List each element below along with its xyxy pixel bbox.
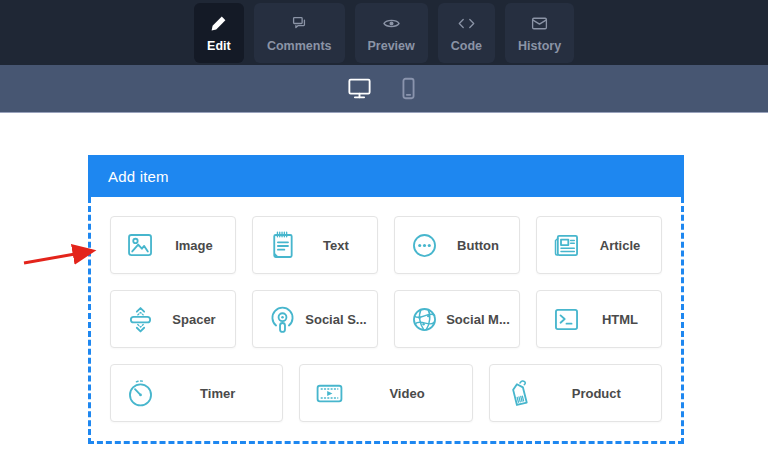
comments-button-label: Comments xyxy=(267,39,332,53)
item-label: Social S... xyxy=(299,312,377,327)
item-label: HTML xyxy=(583,312,661,327)
item-label: Button xyxy=(441,238,519,253)
image-icon xyxy=(124,229,157,262)
item-video[interactable]: Video xyxy=(299,364,472,422)
button-icon xyxy=(408,229,441,262)
article-icon xyxy=(550,229,583,262)
item-html[interactable]: HTML xyxy=(536,290,662,348)
mobile-icon xyxy=(395,75,422,102)
product-icon xyxy=(503,377,536,410)
editor-toolbar: Edit Comments Preview Code History xyxy=(0,0,768,65)
item-grid-rows-1-2: Image Text Button xyxy=(110,216,662,348)
timer-icon xyxy=(124,377,157,410)
item-label: Video xyxy=(346,386,471,401)
edit-button-label: Edit xyxy=(207,39,231,53)
item-label: Text xyxy=(299,238,377,253)
social-share-icon xyxy=(266,303,299,336)
eye-icon xyxy=(381,13,402,34)
history-icon xyxy=(529,13,550,34)
desktop-view-button[interactable] xyxy=(346,75,373,102)
comments-button[interactable]: Comments xyxy=(254,3,345,63)
text-icon xyxy=(266,229,299,262)
edit-button[interactable]: Edit xyxy=(194,3,244,63)
add-item-body: Image Text Button xyxy=(88,197,684,444)
add-item-header: Add item xyxy=(88,155,684,197)
item-label: Timer xyxy=(157,386,282,401)
item-button[interactable]: Button xyxy=(394,216,520,274)
mobile-view-button[interactable] xyxy=(395,75,422,102)
pencil-icon xyxy=(208,13,229,34)
item-grid-row-3: Timer Video Product xyxy=(110,364,662,422)
item-label: Article xyxy=(583,238,661,253)
comments-icon xyxy=(289,13,310,34)
desktop-icon xyxy=(346,75,373,102)
device-mode-bar xyxy=(0,65,768,113)
code-icon xyxy=(456,13,477,34)
html-icon xyxy=(550,303,583,336)
item-social-media[interactable]: Social M... xyxy=(394,290,520,348)
email-editor-screen: { "colors": { "toolbar_bg": "#1f2735", "… xyxy=(0,0,768,473)
code-button-label: Code xyxy=(451,39,482,53)
add-item-title: Add item xyxy=(108,168,169,185)
item-product[interactable]: Product xyxy=(489,364,662,422)
item-article[interactable]: Article xyxy=(536,216,662,274)
item-label: Social M... xyxy=(441,312,519,327)
item-label: Product xyxy=(536,386,661,401)
code-button[interactable]: Code xyxy=(438,3,495,63)
preview-button-label: Preview xyxy=(368,39,415,53)
history-button-label: History xyxy=(518,39,561,53)
item-spacer[interactable]: Spacer xyxy=(110,290,236,348)
social-media-icon xyxy=(408,303,441,336)
history-button[interactable]: History xyxy=(505,3,574,63)
editor-canvas: Add item Image Text xyxy=(0,155,768,444)
item-social-share[interactable]: Social S... xyxy=(252,290,378,348)
item-image[interactable]: Image xyxy=(110,216,236,274)
item-timer[interactable]: Timer xyxy=(110,364,283,422)
item-label: Spacer xyxy=(157,312,235,327)
item-text[interactable]: Text xyxy=(252,216,378,274)
item-label: Image xyxy=(157,238,235,253)
preview-button[interactable]: Preview xyxy=(355,3,428,63)
spacer-icon xyxy=(124,303,157,336)
video-icon xyxy=(313,377,346,410)
add-item-panel: Add item Image Text xyxy=(88,155,684,444)
